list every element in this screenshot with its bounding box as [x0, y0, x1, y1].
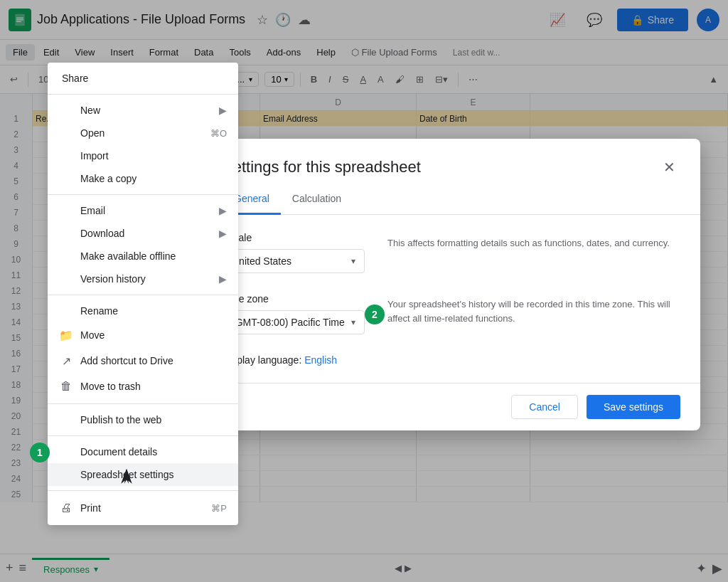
menu-item-makeoffline[interactable]: Make available offline [48, 245, 238, 268]
locale-left: Locale United States ▾ [223, 232, 365, 273]
modal-header: Settings for this spreadsheet ✕ [203, 139, 700, 179]
timezone-left: Time zone (GMT-08:00) Pacific Time ▾ [223, 293, 365, 334]
menu-item-makecopy[interactable]: Make a copy [48, 167, 238, 190]
print-icon: 🖨 [59, 501, 73, 515]
modal-title: Settings for this spreadsheet [223, 158, 421, 176]
step-badge-1: 1 [30, 443, 50, 462]
settings-modal: Settings for this spreadsheet ✕ General … [203, 139, 700, 430]
locale-value: United States [232, 255, 291, 267]
tab-calculation[interactable]: Calculation [281, 184, 353, 215]
save-settings-button[interactable]: Save settings [587, 395, 680, 419]
menu-item-publishweb[interactable]: Publish to the web [48, 408, 238, 431]
menu-item-versionhistory[interactable]: Version history ▶ [48, 268, 238, 290]
version-arrow: ▶ [219, 273, 227, 285]
menu-item-rename[interactable]: Rename [48, 300, 238, 322]
step-badge-2: 2 [365, 305, 385, 324]
menu-item-email[interactable]: Email ▶ [48, 199, 238, 222]
new-arrow: ▶ [219, 105, 227, 116]
locale-label: Locale [223, 232, 365, 243]
menu-section-3: Rename 📁 Move ↗ Add shortcut to Drive 🗑 … [48, 295, 238, 399]
menu-item-print[interactable]: 🖨 Print ⌘P [48, 495, 238, 521]
timezone-description: Your spreadsheet's history will be recor… [387, 293, 680, 325]
locale-dropdown-arrow: ▾ [351, 256, 355, 266]
shortcut-icon: ↗ [59, 354, 73, 368]
menu-section-1: New ▶ Open ⌘O Import Make a copy [48, 94, 238, 190]
modal-footer: Cancel Save settings [203, 383, 700, 430]
locale-select[interactable]: United States ▾ [223, 249, 365, 273]
menu-item-move[interactable]: 📁 Move [48, 322, 238, 348]
menu-section-6: 🖨 Print ⌘P [48, 490, 238, 521]
timezone-label: Time zone [223, 293, 365, 305]
modal-tabs: General Calculation [203, 184, 700, 215]
menu-item-new[interactable]: New ▶ [48, 99, 238, 122]
trash-icon: 🗑 [59, 379, 73, 393]
menu-item-download[interactable]: Download ▶ [48, 222, 238, 245]
menu-section-4: Publish to the web [48, 403, 238, 431]
modal-close-button[interactable]: ✕ [658, 156, 680, 179]
timezone-dropdown-arrow: ▾ [351, 317, 355, 327]
timezone-value: (GMT-08:00) Pacific Time [232, 317, 345, 328]
menu-item-addshortcut[interactable]: ↗ Add shortcut to Drive [48, 348, 238, 374]
menu-item-open[interactable]: Open ⌘O [48, 122, 238, 144]
menu-item-docdetails[interactable]: Document details [48, 440, 238, 463]
timezone-select[interactable]: (GMT-08:00) Pacific Time ▾ [223, 310, 365, 334]
display-language-row: Display language: English [223, 354, 680, 366]
email-arrow: ▶ [219, 205, 227, 216]
download-arrow: ▶ [219, 228, 227, 239]
folder-icon: 📁 [59, 328, 73, 342]
menu-item-trash[interactable]: 🗑 Move to trash [48, 374, 238, 399]
cancel-button[interactable]: Cancel [511, 395, 578, 419]
timezone-setting: Time zone (GMT-08:00) Pacific Time ▾ You… [223, 293, 680, 334]
locale-description: This affects formatting details such as … [387, 232, 680, 250]
locale-setting: Locale United States ▾ This affects form… [223, 232, 680, 273]
file-dropdown-menu: Share New ▶ Open ⌘O Import Make a copy E… [48, 63, 238, 525]
menu-section-5: Document details Spreadsheet settings [48, 435, 238, 486]
menu-item-sheetsettings[interactable]: Spreadsheet settings [48, 463, 238, 486]
menu-section-2: Email ▶ Download ▶ Make available offlin… [48, 194, 238, 290]
menu-item-import[interactable]: Import [48, 144, 238, 167]
modal-body: Locale United States ▾ This affects form… [203, 215, 700, 383]
display-language-link[interactable]: English [304, 354, 337, 366]
menu-share-item[interactable]: Share [48, 67, 238, 90]
